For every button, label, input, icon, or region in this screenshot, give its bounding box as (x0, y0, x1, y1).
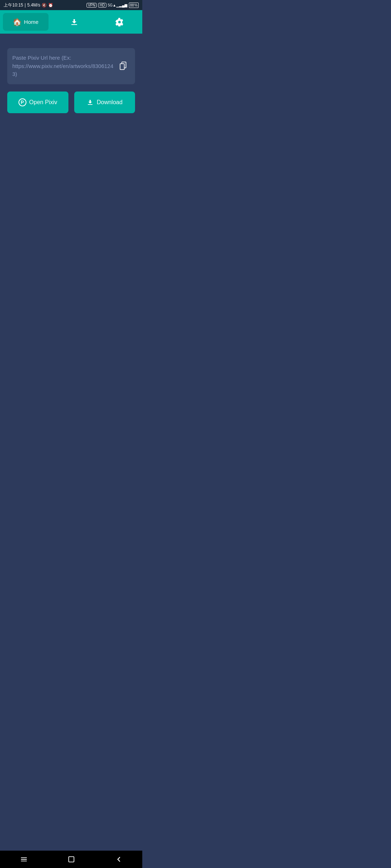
hd-badge: HD (98, 3, 106, 8)
paste-button[interactable] (117, 60, 130, 73)
action-buttons-row: P Open Pixiv Download (7, 92, 135, 113)
battery-level: 88 (130, 3, 134, 7)
url-input[interactable] (12, 54, 114, 78)
top-nav-bar: 🏠 Home (0, 10, 142, 34)
status-bar: 上午10:15 | 5.4M/s 🔇 ⏰ VPN HD 5G▲▁▂▄▆ 88 % (0, 0, 142, 10)
url-input-container[interactable] (7, 48, 135, 84)
download-button[interactable]: Download (74, 92, 135, 113)
nav-item-home[interactable]: 🏠 Home (3, 13, 49, 31)
alarm-icon: ⏰ (48, 3, 53, 8)
download-icon (87, 99, 94, 106)
mute-icon: 🔇 (42, 3, 47, 8)
status-separator: | (25, 3, 26, 8)
battery-indicator: 88 % (129, 3, 139, 8)
paste-icon (118, 61, 129, 71)
nav-item-settings[interactable] (97, 10, 142, 34)
svg-rect-3 (88, 104, 93, 105)
home-icon: 🏠 (13, 18, 22, 26)
vpn-badge: VPN (87, 3, 97, 8)
download-label: Download (97, 99, 122, 106)
signal-5g-icon: 5G▲▁▂▄▆ (108, 3, 127, 7)
battery-percent: % (134, 3, 138, 7)
main-content: P Open Pixiv Download (0, 34, 142, 120)
open-pixiv-label: Open Pixiv (29, 99, 57, 106)
svg-rect-2 (120, 64, 125, 69)
status-network-speed: 5.4M/s (27, 3, 40, 8)
settings-icon (115, 18, 124, 26)
status-left: 上午10:15 | 5.4M/s 🔇 ⏰ (4, 2, 53, 8)
svg-rect-0 (71, 24, 77, 25)
status-right: VPN HD 5G▲▁▂▄▆ 88 % (87, 3, 139, 8)
status-time: 上午10:15 (4, 2, 23, 8)
download-tab-icon (70, 18, 79, 26)
home-label: Home (24, 19, 38, 25)
nav-item-download[interactable] (51, 10, 97, 34)
pixiv-p-icon: P (18, 98, 26, 106)
open-pixiv-button[interactable]: P Open Pixiv (7, 92, 68, 113)
